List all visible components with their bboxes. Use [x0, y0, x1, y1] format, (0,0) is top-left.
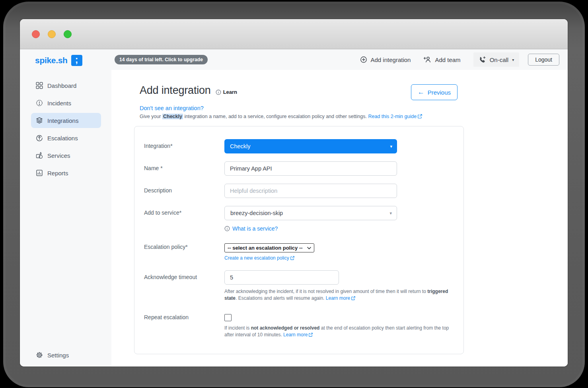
services-icon: [36, 152, 43, 159]
previous-label: Previous: [428, 89, 451, 96]
integration-select-value: Checkly: [230, 143, 251, 149]
browser-window: spike.sh ; Dashboard: [20, 19, 568, 367]
phone-plus-icon: [479, 56, 486, 63]
sidebar-item-incidents[interactable]: Incidents: [31, 95, 101, 111]
service-label: Add to service*: [144, 206, 224, 232]
sidebar-item-label: Reports: [47, 170, 68, 177]
guide-link[interactable]: Read this 2-min guide: [368, 114, 422, 119]
what-is-service-link[interactable]: What is a service?: [224, 225, 463, 232]
reports-icon: [36, 169, 43, 177]
dont-see-integration-link[interactable]: Don't see an integration?: [140, 105, 458, 111]
sidebar-item-escalations[interactable]: Escalations: [31, 130, 101, 146]
escalation-policy-label: Escalation policy*: [144, 242, 224, 261]
escalations-icon: [36, 134, 43, 142]
zoom-window-button[interactable]: [64, 30, 72, 38]
logout-button[interactable]: Logout: [528, 54, 559, 66]
on-call-dropdown[interactable]: On-call ▾: [473, 52, 520, 67]
trial-badge[interactable]: 14 days of trial left. Click to upgrade: [115, 55, 208, 64]
previous-button[interactable]: ← Previous: [411, 84, 458, 100]
logo-text: spike.sh: [35, 56, 68, 65]
repeat-escalation-helper: If incident is not acknowledged or resol…: [224, 325, 455, 338]
sidebar-item-label: Integrations: [47, 117, 78, 124]
sidebar-item-label: Escalations: [47, 135, 78, 142]
form-row-escalation-policy: Escalation policy* -- select an escalati…: [144, 242, 463, 261]
incidents-icon: [36, 99, 43, 107]
sidebar-item-label: Incidents: [47, 100, 71, 107]
form-row-description: Description: [144, 184, 463, 198]
logo[interactable]: spike.sh ;: [20, 49, 111, 72]
repeat-helper-text-1: If incident is: [224, 325, 251, 331]
intro-text: Give your Checkly integration a name, ad…: [140, 114, 458, 119]
add-team-label: Add team: [435, 56, 460, 63]
ack-helper-text-2: . Escalations and alerts will resume aga…: [236, 295, 326, 301]
description-input[interactable]: [224, 184, 397, 198]
sidebar-item-label: Services: [47, 152, 70, 159]
sidebar: spike.sh ; Dashboard: [20, 49, 111, 367]
plus-circle-icon: [360, 56, 367, 63]
add-team-button[interactable]: Add team: [423, 56, 460, 63]
main-content: Add integration Learn: [111, 70, 568, 367]
ack-timeout-helper: After acknowledging the incident, if it …: [224, 288, 455, 301]
sidebar-item-settings[interactable]: Settings: [31, 347, 101, 363]
ack-learn-more-link[interactable]: Learn more: [326, 295, 355, 301]
repeat-escalation-checkbox[interactable]: [224, 314, 232, 321]
chevron-down-icon: ▾: [390, 144, 392, 149]
integration-select[interactable]: Checkly ▾: [224, 139, 397, 153]
sidebar-nav: Dashboard Incidents: [20, 78, 111, 180]
external-link-icon: [309, 333, 313, 337]
repeat-learn-more-label: Learn more: [283, 332, 308, 338]
escalation-policy-select[interactable]: -- select an escalation policy --: [224, 243, 314, 252]
learn-label: Learn: [223, 89, 237, 95]
learn-link[interactable]: Learn: [216, 89, 237, 95]
intro-prefix: Give your: [140, 114, 162, 119]
add-integration-form-card: Integration* Checkly ▾ Name *: [134, 126, 464, 354]
repeat-helper-bold: not acknowledged or resolved: [251, 325, 320, 331]
minimize-window-button[interactable]: [48, 30, 56, 38]
sidebar-bottom: Settings: [20, 347, 111, 363]
form-row-service: Add to service* breezy-decision-skip ▾: [144, 206, 463, 232]
page-title: Add integration: [140, 84, 211, 97]
window-titlebar: [20, 19, 568, 49]
form-row-repeat-escalation: Repeat escalation If incident is not ack…: [144, 313, 463, 338]
external-link-icon: [418, 114, 422, 118]
ack-timeout-input[interactable]: [224, 270, 339, 285]
chevron-down-icon: ▾: [389, 211, 392, 216]
sidebar-item-dashboard[interactable]: Dashboard: [31, 78, 101, 93]
sidebar-item-integrations[interactable]: Integrations: [31, 113, 101, 128]
form-row-name: Name *: [144, 161, 463, 176]
repeat-learn-more-link[interactable]: Learn more: [283, 332, 313, 338]
dashboard-icon: [36, 82, 43, 89]
escalation-policy-select-value: -- select an escalation policy --: [228, 245, 303, 251]
what-is-service-label: What is a service?: [232, 225, 278, 232]
sidebar-item-services[interactable]: Services: [31, 148, 101, 163]
title-row: Add integration Learn: [134, 84, 464, 100]
service-select-value: breezy-decision-skip: [230, 210, 283, 216]
logo-mark-icon: ;: [71, 55, 82, 66]
integration-name-highlight: Checkly: [162, 114, 183, 119]
integration-label: Integration*: [144, 139, 224, 153]
create-escalation-policy-link[interactable]: Create a new escalation policy: [224, 255, 463, 261]
external-link-icon: [290, 256, 294, 260]
guide-link-label: Read this 2-min guide: [368, 114, 417, 119]
info-icon: [224, 226, 230, 231]
description-label: Description: [144, 184, 224, 198]
chevron-down-icon: [307, 247, 311, 249]
ack-timeout-label: Acknowledge timeout: [144, 270, 224, 301]
form-row-ack-timeout: Acknowledge timeout After acknowledging …: [144, 270, 463, 301]
on-call-label: On-call: [490, 56, 509, 63]
create-escalation-policy-label: Create a new escalation policy: [224, 255, 289, 261]
screenshot-stage: spike.sh ; Dashboard: [0, 0, 588, 388]
sidebar-item-reports[interactable]: Reports: [31, 165, 101, 180]
close-window-button[interactable]: [32, 30, 40, 38]
info-icon: [216, 89, 221, 95]
service-select[interactable]: breezy-decision-skip ▾: [224, 206, 397, 220]
ack-learn-more-label: Learn more: [326, 295, 350, 301]
back-arrow-icon: ←: [418, 88, 424, 96]
add-integration-header-label: Add integration: [371, 56, 411, 63]
ack-helper-text-1: After acknowledging the incident, if it …: [224, 289, 427, 294]
sidebar-item-label: Settings: [47, 352, 69, 359]
name-input[interactable]: [224, 161, 397, 176]
intro-middle: integration a name, add to a service, co…: [183, 114, 368, 119]
add-integration-header-button[interactable]: Add integration: [360, 56, 411, 63]
name-label: Name *: [144, 161, 224, 176]
